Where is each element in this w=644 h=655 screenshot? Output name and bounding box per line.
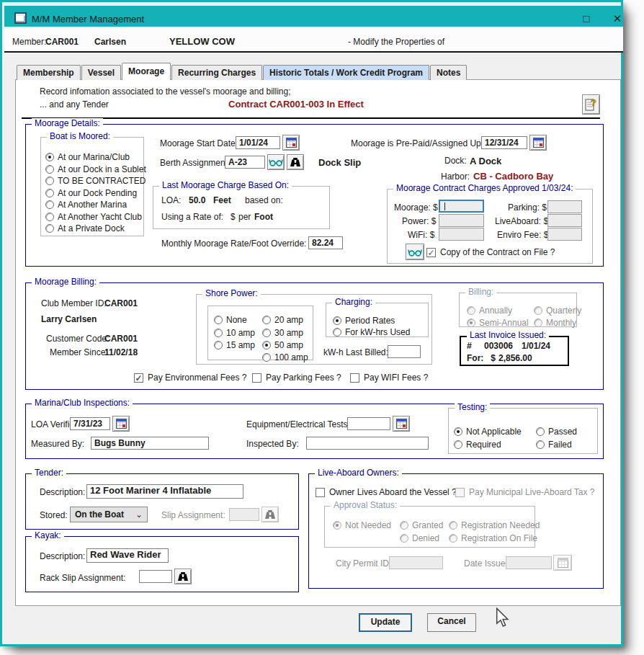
member-id: CAR001: [45, 37, 79, 47]
pay-wifi-checkbox[interactable]: Pay WIFI Fees ?: [350, 373, 428, 383]
loa-label: LOA:: [161, 195, 181, 205]
tab-strip: Membership Vessel Moorage Recurring Char…: [17, 63, 468, 80]
rack-slip-field[interactable]: [139, 570, 172, 583]
loa-unit: Feet: [213, 195, 231, 205]
calendar-icon: [116, 419, 127, 429]
member-full-name: Larry Carlsen: [41, 314, 97, 324]
kwh-last-billed-field[interactable]: [388, 345, 421, 358]
radio-approval-not-needed[interactable]: Not Needed: [333, 520, 391, 530]
city-permit-field[interactable]: [389, 556, 443, 569]
radio-billing-annually[interactable]: Annually: [467, 306, 512, 316]
charge-enviro-field[interactable]: [547, 228, 582, 241]
radio-testing-required[interactable]: Required: [454, 440, 501, 450]
prepaid-calendar-button[interactable]: [529, 135, 547, 151]
charge-wifi-field[interactable]: [439, 228, 484, 241]
tab-vessel[interactable]: Vessel: [81, 65, 121, 80]
find-berth-button[interactable]: [287, 154, 304, 170]
radio-to-be-contracted[interactable]: TO BE CONTRACTED: [45, 176, 146, 186]
radio-testing-passed[interactable]: Passed: [536, 427, 577, 437]
tender-slip-find-button[interactable]: [261, 507, 279, 522]
radio-kwhrs-used[interactable]: For kW-hrs Used: [333, 327, 410, 337]
charge-liveaboard-field[interactable]: [547, 214, 582, 227]
svg-text:?: ?: [591, 97, 596, 108]
pay-municipal-tax-checkbox[interactable]: Pay Municipal Live-Aboard Tax ?: [455, 487, 595, 497]
tab-membership[interactable]: Membership: [17, 65, 81, 80]
radio-shorepower-30amp[interactable]: 30 amp: [262, 328, 303, 338]
radio-shorepower-20amp[interactable]: 20 amp: [262, 315, 303, 325]
berth-assignment-field[interactable]: A-23: [225, 156, 265, 169]
radio-at-our-marina-club[interactable]: At our Marina/Club: [45, 152, 130, 162]
pay-parking-checkbox[interactable]: Pay Parking Fees ?: [252, 373, 341, 383]
radio-approval-denied[interactable]: Denied: [400, 533, 439, 543]
boat-moored-title: Boat is Moored:: [47, 131, 113, 141]
charge-moorage-field[interactable]: [439, 200, 484, 213]
loa-verified-field[interactable]: 7/31/23: [70, 417, 110, 430]
tender-slip-field[interactable]: [229, 508, 259, 521]
radio-dot: [45, 224, 54, 233]
radio-testing-not-applicable[interactable]: Not Applicable: [454, 427, 522, 437]
radio-dock-in-sublet[interactable]: At our Dock in a Sublet: [45, 164, 146, 174]
radio-testing-failed[interactable]: Failed: [536, 440, 572, 450]
charge-parking-field[interactable]: [547, 200, 582, 213]
radio-shorepower-100amp[interactable]: 100 amp: [262, 352, 308, 362]
liveaboard-title: Live-Aboard Owners:: [315, 468, 402, 478]
equipment-tests-calendar-button[interactable]: [393, 416, 410, 432]
moorage-start-date-field[interactable]: 1/01/24: [236, 136, 280, 149]
pay-environmental-checkbox[interactable]: ✓ Pay Environmenal Fees ?: [134, 373, 246, 383]
rack-slip-find-button[interactable]: [174, 569, 192, 584]
prepaid-upto-field[interactable]: 12/31/24: [481, 136, 527, 149]
tab-notes[interactable]: Notes: [430, 65, 467, 80]
kwh-last-billed-label: kW-h Last Billed:: [323, 347, 388, 357]
radio-approval-granted[interactable]: Granted: [400, 520, 443, 530]
maximize-button[interactable]: □: [578, 12, 594, 25]
date-issued-calendar-button[interactable]: [553, 555, 572, 571]
tab-historic-totals[interactable]: Historic Totals / Work Credit Program: [263, 65, 429, 80]
copy-contract-checkbox[interactable]: ✓ Copy of the Contract on File ?: [426, 247, 555, 257]
tab-recurring-charges[interactable]: Recurring Charges: [171, 65, 262, 80]
radio-approval-registration-needed[interactable]: Registration Needed: [449, 520, 540, 530]
inspected-by-field[interactable]: [306, 437, 429, 450]
tab-moorage[interactable]: Moorage: [122, 63, 171, 80]
moorage-start-date-label: Moorage Start Date:: [160, 138, 238, 148]
radio-another-marina[interactable]: At Another Marina: [45, 200, 127, 210]
tender-stored-dropdown[interactable]: On the Boat ⌄: [70, 507, 148, 522]
measured-by-field[interactable]: Bugs Bunny: [91, 437, 209, 450]
override-field[interactable]: 82.24: [308, 236, 343, 249]
tender-description-field[interactable]: 12 Foot Mariner 4 Inflatable: [86, 484, 243, 499]
radio-dock-pending[interactable]: At our Dock Pending: [45, 188, 137, 198]
help-button[interactable]: ?: [582, 94, 600, 115]
radio-period-rates[interactable]: Period Rates: [333, 316, 395, 326]
radio-another-yacht-club[interactable]: At Another Yacht Club: [45, 212, 142, 222]
close-button[interactable]: ✕: [609, 12, 625, 25]
radio-billing-quarterly[interactable]: Quarterly: [534, 306, 581, 316]
radio-dot: [333, 521, 341, 530]
radio-billing-semiannual[interactable]: Semi-Annual: [467, 318, 529, 328]
cancel-button[interactable]: Cancel: [427, 613, 476, 632]
tender-title: Tender:: [32, 468, 66, 478]
view-contract-button[interactable]: [406, 244, 424, 260]
radio-shorepower-50amp[interactable]: 50 amp: [262, 340, 303, 350]
radio-approval-registration-on-file[interactable]: Registration On File: [449, 533, 537, 543]
shore-power-title: Shore Power:: [202, 288, 261, 298]
radio-shorepower-15amp[interactable]: 15 amp: [214, 340, 255, 350]
radio-private-dock[interactable]: At a Private Dock: [45, 223, 125, 233]
last-charge-group: Last Moorage Charge Based On:: [153, 186, 330, 229]
kayak-description-field[interactable]: Red Wave Rider: [86, 548, 169, 563]
loa-verified-calendar-button[interactable]: [112, 416, 130, 432]
radio-dot: [467, 306, 475, 315]
view-berth-button[interactable]: [267, 154, 285, 170]
harbor-value: CB - Cadboro Bay: [473, 171, 553, 182]
owner-lives-aboard-checkbox[interactable]: Owner Lives Aboard the Vessel ?: [316, 487, 457, 497]
window-title: M/M Member Management: [32, 14, 144, 24]
chevron-down-icon: ⌄: [135, 509, 143, 520]
radio-shorepower-10amp[interactable]: 10 amp: [214, 328, 255, 338]
radio-billing-monthly[interactable]: Monthly: [534, 318, 576, 328]
start-date-calendar-button[interactable]: [282, 135, 300, 151]
charge-power-field[interactable]: [439, 214, 484, 227]
equipment-tests-field[interactable]: [347, 417, 390, 430]
date-issued-field[interactable]: [506, 556, 552, 569]
invoice-number-label: #: [467, 341, 472, 351]
radio-shorepower-none[interactable]: None: [214, 315, 247, 325]
title-bar[interactable]: M/M Member Management □ ✕: [4, 6, 623, 27]
update-button[interactable]: Update: [359, 613, 412, 632]
